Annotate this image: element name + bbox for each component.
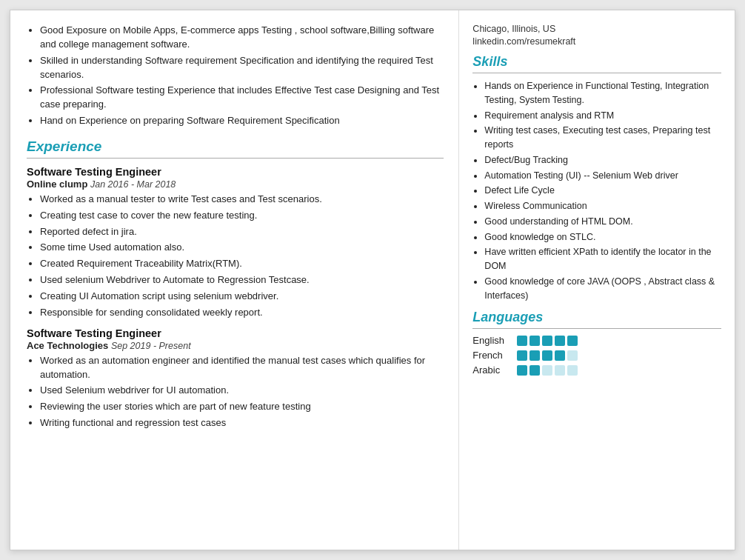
dot-filled: [517, 336, 527, 346]
job-bullet: Responsible for sending consolidated wee…: [40, 306, 444, 320]
job-bullet: Reported defect in jira.: [40, 225, 444, 239]
dot-filled: [529, 365, 540, 376]
jobs-container: Software Testing EngineerOnline clump Ja…: [27, 166, 444, 430]
dot-empty: [542, 365, 552, 376]
language-dots: [517, 365, 578, 376]
job-bullet: Some time Used automation also.: [40, 241, 444, 255]
skill-item: Automation Testing (UI) -- Selenium Web …: [484, 169, 721, 183]
job-bullets: Worked as an automation engineer and ide…: [27, 354, 444, 430]
summary-list: Good Exposure on Mobile Apps, E-commerce…: [27, 24, 444, 128]
resume-wrapper: Good Exposure on Mobile Apps, E-commerce…: [10, 10, 735, 550]
skills-section-title: Skills: [472, 54, 721, 70]
dot-empty: [555, 365, 565, 376]
job-bullet: Used selenium Webdriver to Automate to R…: [40, 273, 444, 287]
skill-item: Wireless Communication: [484, 199, 721, 213]
skill-item: Good knowledge on STLC.: [484, 230, 721, 244]
job-bullet: Writing functional and regression test c…: [40, 416, 444, 430]
job-bullet: Worked as an automation engineer and ide…: [40, 354, 444, 382]
summary-bullet: Good Exposure on Mobile Apps, E-commerce…: [40, 24, 444, 52]
dot-filled: [517, 350, 527, 361]
experience-section-title: Experience: [27, 139, 444, 155]
skill-item: Good understanding of HTML DOM.: [484, 215, 721, 229]
job-bullets: Worked as a manual tester to write Test …: [27, 193, 444, 320]
language-dots: [517, 336, 578, 346]
skills-list: Hands on Experience in Functional Testin…: [472, 79, 721, 302]
left-column: Good Exposure on Mobile Apps, E-commerce…: [10, 10, 459, 550]
dot-filled: [555, 336, 565, 346]
skill-item: Defect Life Cycle: [484, 184, 721, 198]
job-bullet: Worked as a manual tester to write Test …: [40, 193, 444, 207]
job-title: Software Testing Engineer: [27, 166, 444, 178]
job-company: Online clump: [27, 179, 90, 190]
dot-filled: [542, 336, 552, 346]
job-block: Software Testing EngineerOnline clump Ja…: [27, 166, 444, 320]
language-name: Arabic: [472, 364, 517, 376]
dot-filled: [567, 336, 578, 346]
language-row: French: [472, 350, 721, 361]
language-name: French: [472, 350, 517, 361]
job-company-line: Online clump Jan 2016 - Mar 2018: [27, 179, 444, 190]
skill-item: Defect/Bug Tracking: [484, 153, 721, 167]
skill-item: Requirement analysis and RTM: [484, 109, 721, 123]
job-dates: Jan 2016 - Mar 2018: [90, 179, 176, 190]
summary-bullet: Skilled in understanding Software requir…: [40, 54, 444, 82]
languages-divider: [472, 328, 721, 329]
languages-container: EnglishFrenchArabic: [472, 335, 721, 376]
languages-section-title: Languages: [472, 310, 721, 325]
experience-divider: [27, 158, 444, 159]
language-name: English: [472, 335, 517, 346]
job-dates: Sep 2019 - Present: [111, 341, 191, 351]
dot-filled: [517, 365, 527, 376]
skill-item: Hands on Experience in Functional Testin…: [484, 79, 721, 107]
job-block: Software Testing EngineerAce Technologie…: [27, 327, 444, 430]
right-column: Chicago, Illinois, US linkedin.com/resum…: [459, 10, 735, 550]
job-bullet: Creating UI Automation script using sele…: [40, 290, 444, 304]
job-bullet: Reviewing the user stories which are par…: [40, 400, 444, 414]
dot-filled: [542, 350, 552, 361]
dot-empty: [567, 350, 578, 361]
linkedin: linkedin.com/resumekraft: [472, 36, 721, 47]
dot-filled: [529, 350, 540, 361]
language-dots: [517, 350, 578, 361]
job-bullet: Used Selenium webdriver for UI automatio…: [40, 384, 444, 398]
language-row: Arabic: [472, 364, 721, 376]
job-bullet: Creating test case to cover the new feat…: [40, 209, 444, 223]
dot-filled: [529, 336, 540, 346]
location: Chicago, Illinois, US: [472, 24, 721, 34]
skill-item: Good knowledge of core JAVA (OOPS , Abst…: [484, 275, 721, 303]
skill-item: Writing test cases, Executing test cases…: [484, 124, 721, 152]
dot-empty: [567, 365, 578, 376]
job-company: Ace Technologies: [27, 340, 111, 351]
skill-item: Have written efficient XPath to identify…: [484, 245, 721, 273]
language-row: English: [472, 335, 721, 346]
skills-divider: [472, 73, 721, 73]
dot-filled: [555, 350, 565, 361]
summary-bullet: Professional Software testing Experience…: [40, 84, 444, 112]
summary-bullet: Hand on Experience on preparing Software…: [40, 114, 444, 128]
job-title: Software Testing Engineer: [27, 327, 444, 339]
job-bullet: Created Requirement Traceability Matrix(…: [40, 257, 444, 271]
job-company-line: Ace Technologies Sep 2019 - Present: [27, 340, 444, 351]
